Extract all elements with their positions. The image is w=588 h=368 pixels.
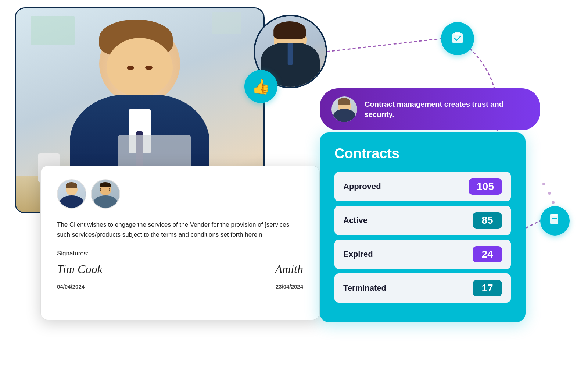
terminated-value: 17 — [473, 280, 502, 296]
svg-rect-12 — [455, 32, 460, 35]
approved-value: 105 — [469, 178, 502, 195]
svg-point-9 — [548, 192, 551, 195]
contract-avatars — [57, 179, 303, 209]
svg-line-0 — [327, 39, 441, 52]
svg-rect-14 — [552, 214, 557, 216]
contract-row-terminated: Terminated 17 — [334, 273, 511, 303]
quote-text: Contract management creates trust and se… — [365, 99, 528, 120]
svg-line-1 — [526, 221, 540, 228]
clipboard-icon — [449, 29, 466, 49]
contract-row-expired: Expired 24 — [334, 240, 511, 269]
contract-row-active: Active 85 — [334, 206, 511, 235]
contracts-panel: Contracts Approved 105 Active 85 Expired… — [320, 132, 526, 322]
contract-avatar-1 — [57, 179, 86, 209]
contract-body-text: The Client wishes to engage the services… — [57, 220, 303, 240]
svg-point-10 — [552, 201, 555, 204]
signature-1: Tim Cook — [57, 262, 103, 276]
active-label: Active — [343, 216, 368, 225]
contracts-title: Contracts — [334, 146, 511, 162]
date-2: 23/04/2024 — [276, 283, 303, 290]
contract-avatar-2 — [91, 179, 120, 209]
contract-card: The Client wishes to engage the services… — [40, 166, 320, 320]
expired-value: 24 — [473, 246, 502, 262]
active-value: 85 — [473, 212, 502, 229]
quote-bubble: Contract management creates trust and se… — [320, 88, 540, 130]
signature-2: Amith — [275, 262, 303, 276]
signatures-row: Tim Cook Amith — [57, 262, 303, 276]
document-icon — [548, 212, 562, 229]
expired-label: Expired — [343, 250, 373, 259]
quote-avatar — [331, 96, 357, 122]
thumbs-up-badge: 👍 — [244, 70, 277, 103]
thumbs-up-icon: 👍 — [252, 78, 270, 95]
contract-row-approved: Approved 105 — [334, 172, 511, 201]
clipboard-icon-badge — [441, 22, 474, 55]
terminated-label: Terminated — [343, 283, 386, 293]
dates-row: 04/04/2024 23/04/2024 — [57, 283, 303, 290]
date-1: 04/04/2024 — [57, 283, 85, 290]
document-icon-badge — [540, 206, 570, 236]
signatures-label: Signatures: — [57, 250, 303, 257]
approved-label: Approved — [343, 182, 381, 191]
svg-point-8 — [542, 183, 545, 185]
